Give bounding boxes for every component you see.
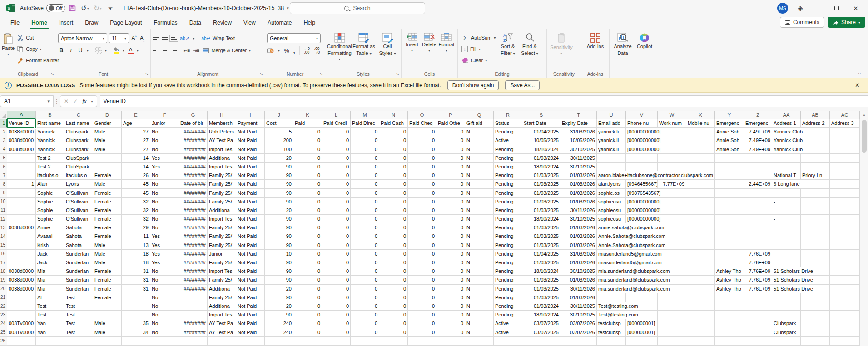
save-button[interactable] xyxy=(66,2,78,14)
cell-X11[interactable] xyxy=(686,206,715,215)
autosave-toggle[interactable]: Off xyxy=(46,4,65,12)
column-header-D[interactable]: D xyxy=(93,111,122,119)
cell-S14[interactable]: 01/03/2025 xyxy=(522,232,560,241)
cell-C6[interactable]: ClubSpark xyxy=(64,163,93,171)
cell-X3[interactable] xyxy=(686,136,715,145)
cell-U15[interactable]: Annie.Sahota@clubspark.com xyxy=(597,241,626,250)
cell-AB4[interactable] xyxy=(801,145,830,154)
cell-S21[interactable]: 01/03/2025 xyxy=(522,293,560,302)
font-dialog-launcher[interactable]: ↘ xyxy=(145,72,149,76)
cell-H20[interactable]: Additiona xyxy=(208,285,236,293)
column-header-J[interactable]: J xyxy=(265,111,293,119)
cell-J5[interactable]: 20 xyxy=(265,154,293,163)
cell-M18[interactable]: 0 xyxy=(351,267,379,276)
cell-Z12[interactable] xyxy=(744,215,772,223)
cell-F21[interactable]: No xyxy=(150,293,179,302)
cell-I9[interactable]: Not Paid xyxy=(236,189,265,198)
row-header-3[interactable]: 3 xyxy=(0,136,7,145)
cell-E8[interactable]: 45 xyxy=(122,180,150,188)
cell-X26[interactable] xyxy=(686,337,715,346)
cell-L2[interactable]: 0 xyxy=(322,128,351,136)
cell-Y3[interactable]: Annie Soh xyxy=(715,136,744,145)
document-title[interactable]: LTA-Test-Club-(Do-not-book)-Members-10-O… xyxy=(124,5,289,11)
cell-F2[interactable]: No xyxy=(150,128,179,136)
share-button[interactable]: Share ▾ xyxy=(828,17,865,28)
cell-G11[interactable]: ######## xyxy=(179,206,208,215)
align-right-button[interactable] xyxy=(171,48,177,54)
column-header-L[interactable]: L xyxy=(322,111,351,119)
cell-C26[interactable] xyxy=(64,337,93,346)
cell-B13[interactable]: Annie xyxy=(36,223,64,232)
cell-P24[interactable]: 0 xyxy=(436,319,465,328)
cell-M19[interactable]: 0 xyxy=(351,276,379,284)
cell-Y15[interactable] xyxy=(715,241,744,250)
cell-U7[interactable]: aaron.blake+ltaclubsone@contractor.clubs… xyxy=(597,171,626,180)
cell-Q13[interactable]: N xyxy=(465,223,494,232)
cell-E16[interactable]: 18 xyxy=(122,250,150,258)
cell-K12[interactable]: 0 xyxy=(293,215,322,223)
cell-T23[interactable]: 30/10/2025 xyxy=(560,311,597,319)
cell-R6[interactable]: Pending xyxy=(494,163,522,171)
cell-L14[interactable]: 0 xyxy=(322,232,351,241)
cell-Y2[interactable]: Annie Soh xyxy=(715,128,744,136)
cell-F5[interactable]: Yes xyxy=(150,154,179,163)
row-header-12[interactable]: 12 xyxy=(0,215,7,223)
alignment-dialog-launcher[interactable]: ↘ xyxy=(259,72,263,76)
cell-W8[interactable]: 7.77E+09 xyxy=(658,180,686,188)
cell-O13[interactable]: 0 xyxy=(408,223,436,232)
cell-E13[interactable]: 29 xyxy=(122,223,150,232)
cell-I15[interactable]: Not Paid xyxy=(236,241,265,250)
cell-Q10[interactable]: N xyxy=(465,198,494,206)
cell-K22[interactable]: 0 xyxy=(293,302,322,311)
cell-C2[interactable]: Clubspark xyxy=(64,128,93,136)
cell-O14[interactable]: 0 xyxy=(408,232,436,241)
cell-A21[interactable] xyxy=(7,293,36,302)
cell-N8[interactable]: 0 xyxy=(379,180,408,188)
restore-button[interactable] xyxy=(828,1,845,15)
cell-U19[interactable]: mia.sunderland@clubspark.com xyxy=(597,276,626,284)
cell-X19[interactable] xyxy=(686,276,715,284)
cell-W1[interactable]: Work num xyxy=(658,119,686,128)
cell-P25[interactable]: 0 xyxy=(436,328,465,337)
cell-M12[interactable]: 0 xyxy=(351,215,379,223)
cell-AC21[interactable] xyxy=(830,293,860,302)
cell-AB5[interactable] xyxy=(801,154,830,163)
cell-R2[interactable]: Pending xyxy=(494,128,522,136)
cell-F14[interactable]: Yes xyxy=(150,232,179,241)
cell-E4[interactable]: 27 xyxy=(122,145,150,154)
cell-B10[interactable]: Sophie xyxy=(36,198,64,206)
cell-Y18[interactable]: Ashley Tho xyxy=(715,267,744,276)
cell-V2[interactable]: [00000000000] xyxy=(626,128,658,136)
copy-button[interactable]: Copy ▾ xyxy=(15,44,61,54)
minimize-button[interactable]: — xyxy=(809,1,826,15)
cell-J26[interactable] xyxy=(265,337,293,346)
cell-Q6[interactable]: N xyxy=(465,163,494,171)
cell-B25[interactable]: Yan xyxy=(36,328,64,337)
cell-X5[interactable] xyxy=(686,154,715,163)
cell-N7[interactable]: 0 xyxy=(379,171,408,180)
scroll-up-icon[interactable]: ▲ xyxy=(860,111,868,119)
cell-A14[interactable] xyxy=(7,232,36,241)
cell-M24[interactable]: 0 xyxy=(351,319,379,328)
cell-H3[interactable]: AY Test Pa xyxy=(208,136,236,145)
cell-F22[interactable]: No xyxy=(150,302,179,311)
cell-I22[interactable]: Not Paid xyxy=(236,302,265,311)
cell-S16[interactable]: 01/04/2025 xyxy=(522,250,560,258)
cell-V6[interactable] xyxy=(626,163,658,171)
cell-F9[interactable]: No xyxy=(150,189,179,198)
row-header-15[interactable]: 15 xyxy=(0,241,7,250)
cell-D1[interactable]: Gender xyxy=(93,119,122,128)
cell-I1[interactable]: Payment xyxy=(236,119,265,128)
cell-G15[interactable]: ######## xyxy=(179,241,208,250)
vertical-scrollbar[interactable]: ▲ xyxy=(860,111,868,346)
cell-P13[interactable]: 0 xyxy=(436,223,465,232)
cell-V12[interactable]: [00000000000] xyxy=(626,215,658,223)
cell-Q11[interactable]: N xyxy=(465,206,494,215)
cell-L24[interactable]: 0 xyxy=(322,319,351,328)
cell-AB23[interactable] xyxy=(801,311,830,319)
cell-J8[interactable]: 90 xyxy=(265,180,293,188)
column-header-M[interactable]: M xyxy=(351,111,379,119)
row-header-7[interactable]: 7 xyxy=(0,171,7,180)
cell-N11[interactable]: 0 xyxy=(379,206,408,215)
cell-Y4[interactable]: Annie Soh xyxy=(715,145,744,154)
